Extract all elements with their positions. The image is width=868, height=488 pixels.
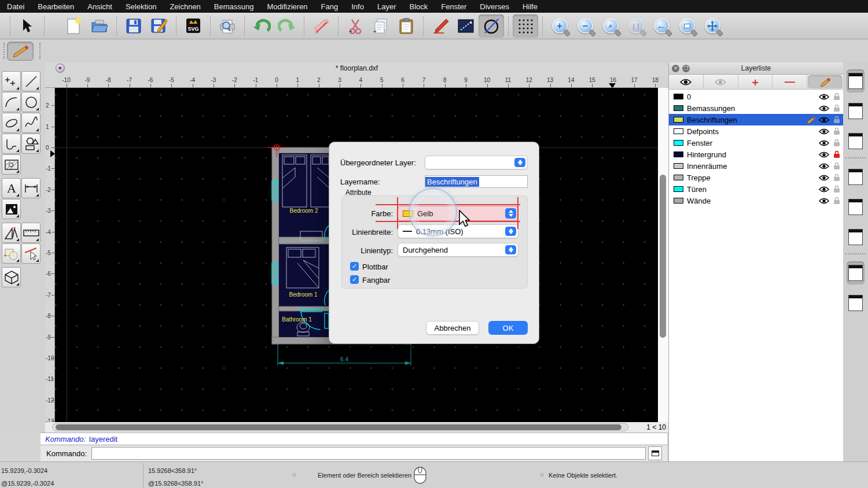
- linetype-select[interactable]: Durchgehend: [398, 243, 518, 257]
- menu-item-block[interactable]: Block: [409, 2, 428, 11]
- layer-row-türen[interactable]: Türen: [669, 183, 843, 195]
- spline-tool-icon[interactable]: [21, 113, 41, 133]
- zoom-in-icon[interactable]: +: [547, 14, 572, 38]
- hatch-tool-icon[interactable]: [2, 154, 21, 175]
- layer-lock-icon[interactable]: [830, 162, 843, 170]
- pan-icon[interactable]: [700, 14, 725, 38]
- parent-layer-select[interactable]: [425, 156, 528, 169]
- layer-visibility-eye-icon[interactable]: [818, 163, 830, 169]
- menu-item-ansicht[interactable]: Ansicht: [87, 2, 112, 11]
- edit-layer-icon[interactable]: [808, 75, 843, 88]
- layer-visibility-eye-icon[interactable]: [818, 140, 830, 146]
- menu-item-bearbeiten[interactable]: Bearbeiten: [38, 2, 74, 11]
- layer-visibility-eye-icon[interactable]: [818, 94, 830, 100]
- cut-icon[interactable]: +: [343, 14, 368, 38]
- menu-item-fang[interactable]: Fang: [321, 2, 339, 11]
- point-tool-icon[interactable]: [2, 71, 21, 91]
- svg-export-icon[interactable]: SVG: [181, 14, 206, 38]
- remove-layer-icon[interactable]: —: [773, 75, 807, 89]
- circle-tool-icon[interactable]: [479, 14, 504, 38]
- layer-row-hintergrund[interactable]: Hintergrund: [669, 149, 843, 160]
- add-layer-icon[interactable]: ＋: [738, 75, 773, 89]
- layer-row-innenräume[interactable]: Innenräume: [669, 160, 843, 172]
- layer-list-dock-icon[interactable]: [847, 69, 865, 93]
- grid-toggle-icon[interactable]: [513, 14, 538, 38]
- modify-tool-icon[interactable]: [2, 243, 21, 264]
- document-tab-bar[interactable]: * floorplan.dxf: [45, 62, 668, 75]
- measure-tool-icon[interactable]: [21, 223, 41, 243]
- drafting-tool-icon[interactable]: [2, 223, 21, 243]
- library-browser-dock-icon[interactable]: [847, 225, 865, 249]
- image-tool-icon[interactable]: [2, 199, 21, 219]
- command-detach-button[interactable]: [648, 446, 662, 460]
- undo-icon[interactable]: [249, 14, 274, 38]
- layer-row-wände[interactable]: Wände: [669, 195, 843, 206]
- layer-row-0[interactable]: 0: [669, 91, 843, 102]
- close-icon[interactable]: ✕: [672, 65, 679, 72]
- zoom-auto-icon[interactable]: ⌕: [598, 14, 623, 38]
- cancel-button[interactable]: Abbrechen: [426, 321, 479, 335]
- layer-lock-icon[interactable]: [830, 116, 843, 124]
- line-tool-icon[interactable]: [453, 14, 479, 38]
- layer-row-defpoints[interactable]: Defpoints: [669, 125, 843, 137]
- menu-item-diverses[interactable]: Diverses: [480, 2, 509, 11]
- menu-item-fenster[interactable]: Fenster: [441, 2, 466, 11]
- arc-tool-icon[interactable]: [2, 92, 21, 112]
- clipboard-panel-dock-icon[interactable]: [847, 291, 865, 315]
- layer-row-bemassungen[interactable]: Bemassungen: [669, 102, 843, 114]
- layer-visibility-eye-icon[interactable]: [818, 175, 830, 181]
- menu-item-modifizieren[interactable]: Modifizieren: [267, 2, 308, 11]
- zoom-window-icon[interactable]: [674, 14, 700, 38]
- command-input[interactable]: [91, 447, 646, 460]
- save-icon[interactable]: [121, 14, 146, 38]
- dimension-tool-icon[interactable]: [21, 178, 41, 198]
- text-tool-icon[interactable]: A: [2, 178, 21, 198]
- menu-item-layer[interactable]: Layer: [377, 2, 396, 11]
- layer-visibility-eye-icon[interactable]: [818, 105, 830, 112]
- menu-item-bemassung[interactable]: Bemassung: [214, 2, 254, 11]
- layer-visibility-eye-icon[interactable]: [818, 151, 830, 158]
- layer-lock-icon[interactable]: [830, 93, 843, 101]
- layer-lock-icon[interactable]: [830, 139, 843, 147]
- ok-button[interactable]: OK: [488, 321, 528, 335]
- delete-eraser-icon[interactable]: [308, 14, 334, 38]
- circle-tool-icon[interactable]: [21, 92, 41, 112]
- layer-lock-icon[interactable]: [830, 185, 843, 193]
- menu-item-info[interactable]: Info: [351, 2, 364, 11]
- open-file-icon[interactable]: [87, 14, 112, 38]
- layer-lock-icon[interactable]: [830, 197, 843, 205]
- layer-visibility-eye-icon[interactable]: [818, 117, 830, 123]
- vertical-scrollbar[interactable]: [658, 88, 668, 422]
- select-arrow-icon[interactable]: [14, 14, 40, 38]
- selection-filter-dock-icon[interactable]: [847, 195, 865, 219]
- layer-lock-icon[interactable]: [830, 173, 843, 182]
- paste-icon[interactable]: [393, 14, 419, 38]
- zoom-out-icon[interactable]: −: [572, 14, 598, 38]
- horizontal-scrollbar[interactable]: [52, 423, 628, 431]
- detach-icon[interactable]: ❐: [682, 65, 690, 72]
- polyline-tool-icon[interactable]: [2, 134, 21, 154]
- solid-tool-icon[interactable]: [2, 267, 21, 287]
- new-file-icon[interactable]: [61, 14, 87, 38]
- plottable-checkbox[interactable]: ✓: [350, 262, 359, 271]
- layername-input[interactable]: Beschriftungen: [425, 175, 528, 188]
- ellipse-tool-icon[interactable]: [2, 113, 21, 133]
- menu-item-zeichnen[interactable]: Zeichnen: [170, 2, 200, 11]
- print-preview-icon[interactable]: [215, 14, 240, 38]
- copy-icon[interactable]: +: [368, 14, 393, 38]
- redo-icon[interactable]: [274, 14, 300, 38]
- layer-row-fenster[interactable]: Fenster: [669, 137, 843, 149]
- vertical-scrollbar-thumb[interactable]: [660, 175, 666, 338]
- zoom-selection-icon[interactable]: [ ]: [623, 14, 649, 38]
- show-all-eye-icon[interactable]: [669, 75, 704, 89]
- view-list-dock-icon[interactable]: [847, 130, 865, 153]
- pencil-tool-button[interactable]: [7, 42, 34, 61]
- layer-visibility-eye-icon[interactable]: [818, 186, 830, 193]
- command-line-dock-icon[interactable]: [847, 261, 865, 284]
- draw-pencil-icon[interactable]: [428, 14, 453, 38]
- save-as-icon[interactable]: [146, 14, 172, 38]
- layer-row-treppe[interactable]: Treppe: [669, 172, 843, 183]
- hide-all-eye-icon[interactable]: [704, 75, 738, 89]
- layer-lock-icon[interactable]: [830, 104, 843, 112]
- horizontal-scrollbar-thumb[interactable]: [56, 424, 621, 430]
